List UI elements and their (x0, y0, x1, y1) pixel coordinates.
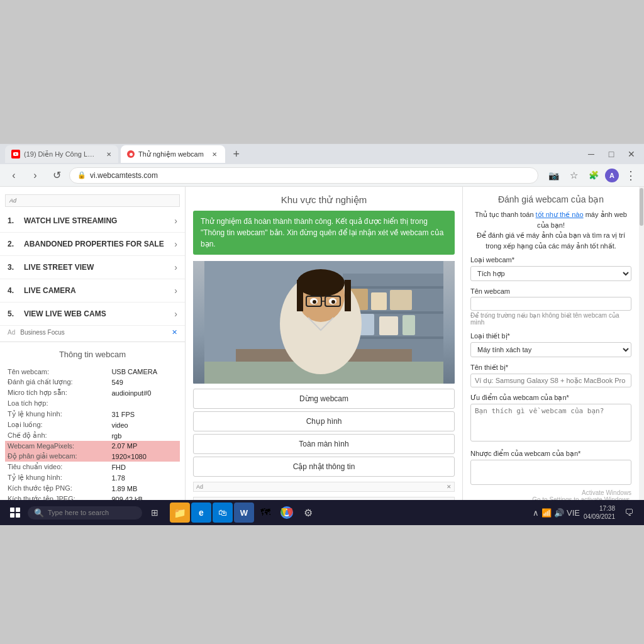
webcam-image (193, 261, 455, 384)
tab-webcam[interactable]: Thử nghiệm webcam ✕ (121, 145, 225, 163)
info-label: Micro tích hợp sẵn: (5, 387, 109, 398)
address-box[interactable]: 🔒 vi.webcamtests.com (69, 167, 538, 184)
menu-item-5[interactable]: 5. VIEW LIVE WEB CAMS › (0, 303, 185, 326)
menu-num-3: 3. (8, 263, 19, 272)
extensions-icon[interactable]: 🧩 (585, 167, 602, 184)
lang-indicator[interactable]: VIE (567, 508, 580, 518)
maps-icon[interactable]: 🗺 (255, 502, 275, 523)
star-icon[interactable]: ☆ (565, 167, 582, 184)
search-input[interactable] (48, 509, 136, 516)
table-row: Đánh giá chất lượng: 549 (5, 377, 180, 387)
page-wrapper: Ad 1. WATCH LIVE STREAMING › 2. ABANDONE… (0, 187, 644, 500)
folder-icon: 📁 (174, 507, 186, 519)
address-bar-row: ‹ › ↺ 🔒 vi.webcamtests.com 📷 ☆ 🧩 A ⋮ (0, 164, 644, 187)
tab-youtube-close[interactable]: ✕ (105, 150, 112, 158)
gear-icon: ⚙ (304, 507, 313, 519)
pros-label: Ưu điểm của webcam của bạn* (470, 394, 631, 402)
tab-youtube[interactable]: (19) Diễn Hy Công Lược Tập... ✕ (5, 145, 118, 163)
menu-icon[interactable]: ⋮ (621, 167, 639, 184)
taskbar-right: ∧ 📶 🔊 VIE 17:38 04/09/2021 🗨 (533, 502, 639, 523)
rating-desc-prefix: Thủ tục thanh toán (475, 211, 536, 218)
menu-num-5: 5. (8, 309, 19, 318)
edge-icon[interactable]: e (191, 502, 211, 523)
menu-item-4[interactable]: 4. LIVE CAMERA › (0, 279, 185, 303)
webcam-type-group: Loại webcam* Tích hợp USB IP Camera Khác (470, 256, 631, 281)
youtube-favicon (11, 150, 20, 158)
maximize-button[interactable]: □ (604, 147, 619, 162)
back-button[interactable]: ‹ (5, 167, 23, 184)
scroll-thumb[interactable] (640, 188, 643, 226)
tab-webcam-label: Thử nghiệm webcam (138, 150, 204, 158)
notification-icon: 🗨 (625, 508, 633, 518)
take-photo-button[interactable]: Chụp hình (193, 411, 455, 431)
lock-icon: 🔒 (77, 171, 86, 179)
menu-arrow-1: › (174, 216, 177, 226)
word-icon[interactable]: W (234, 502, 254, 523)
menu-item-2[interactable]: 2. ABANDONED PROPERTIES FOR SALE › (0, 233, 185, 256)
task-view-button[interactable]: ⊞ (145, 502, 165, 523)
cons-textarea[interactable] (470, 460, 631, 485)
store-icon[interactable]: 🛍 (213, 502, 233, 523)
network-icon[interactable]: 📶 (541, 508, 552, 518)
device-type-group: Loại thiết bị* Máy tính xách tay Máy tín… (470, 332, 631, 357)
webcam-favicon (127, 150, 135, 158)
webcam-type-select[interactable]: Tích hợp USB IP Camera Khác (470, 266, 631, 281)
svg-rect-17 (345, 280, 351, 311)
refresh-button[interactable]: ↺ (48, 167, 65, 184)
volume-icon[interactable]: 🔊 (554, 508, 564, 518)
info-value: 2.07 MP (109, 441, 180, 451)
fullscreen-button[interactable]: Toàn màn hình (193, 434, 455, 454)
page-scrollbar[interactable] (639, 187, 644, 500)
svg-point-15 (297, 269, 345, 297)
ad-center-close[interactable]: ✕ (447, 484, 452, 490)
tab-webcam-close[interactable]: ✕ (210, 150, 219, 158)
camera-icon[interactable]: 📷 (545, 167, 562, 184)
device-name-input[interactable] (470, 374, 631, 387)
chevron-up-icon[interactable]: ∧ (533, 508, 539, 518)
webcam-name-input[interactable] (470, 297, 631, 311)
start-button[interactable] (5, 502, 25, 523)
taskbar-search[interactable]: 🔍 (28, 506, 142, 519)
forward-button[interactable]: › (26, 167, 44, 184)
stop-webcam-button[interactable]: Dừng webcam (193, 389, 455, 409)
minimize-button[interactable]: ─ (584, 147, 599, 162)
new-tab-button[interactable]: + (228, 145, 245, 163)
clock[interactable]: 17:38 04/09/2021 (584, 504, 615, 521)
success-banner: Thử nghiệm đã hoàn thành thành công. Kết… (193, 211, 455, 255)
menu-label-3: LIVE STREET VIEW (24, 263, 169, 272)
word-logo: W (240, 508, 248, 518)
webcam-type-label: Loại webcam* (470, 256, 631, 264)
svg-rect-16 (297, 280, 303, 311)
info-label: Tỷ lệ khung hình: (5, 472, 109, 483)
info-label: Đánh giá chất lượng: (5, 377, 109, 387)
webcam-info-table: Tên webcam: USB CAMERA Đánh giá chất lượ… (5, 367, 180, 500)
ad-center-bar: Ad ✕ (193, 482, 455, 492)
close-button[interactable]: ✕ (624, 147, 639, 162)
device-type-select[interactable]: Máy tính xách tay Máy tính để bàn Điện t… (470, 342, 631, 357)
settings-icon[interactable]: ⚙ (298, 502, 318, 523)
pros-textarea[interactable] (470, 404, 631, 441)
taskbar-apps: 📁 e 🛍 W 🗺 ⚙ (170, 502, 318, 523)
rating-desc2: Để đánh giá về máy ảnh của bạn và tìm ra… (477, 231, 625, 250)
profile-icon[interactable]: A (605, 169, 619, 182)
chrome-icon[interactable] (277, 502, 297, 523)
desktop-area (0, 0, 644, 143)
info-label: Chế độ ảnh: (5, 430, 109, 441)
table-row-resolution: Độ phân giải webcam: 1920×1080 (5, 451, 180, 462)
menu-num-4: 4. (8, 286, 19, 295)
file-explorer-icon[interactable]: 📁 (170, 502, 190, 523)
taskbar: 🔍 ⊞ 📁 e 🛍 W 🗺 (0, 500, 644, 525)
rating-desc-link[interactable]: tốt như thế nào (536, 211, 584, 218)
notification-button[interactable]: 🗨 (619, 502, 639, 523)
menu-item-3[interactable]: 3. LIVE STREET VIEW › (0, 256, 185, 279)
info-label: Kích thước tệp JPEG: (5, 494, 109, 500)
info-label: Độ phân giải webcam: (5, 451, 109, 462)
table-row: Loa tích hợp: (5, 398, 180, 409)
center-content: Khu vực thử nghiệm Thử nghiệm đã hoàn th… (186, 187, 463, 500)
title-bar: (19) Diễn Hy Công Lược Tập... ✕ Thử nghi… (0, 144, 644, 164)
update-info-button[interactable]: Cập nhật thông tin (193, 457, 455, 477)
svg-point-24 (331, 300, 335, 304)
windows-logo (10, 508, 20, 518)
ad-x-button[interactable]: ✕ (172, 328, 177, 336)
menu-item-1[interactable]: 1. WATCH LIVE STREAMING › (0, 209, 185, 233)
